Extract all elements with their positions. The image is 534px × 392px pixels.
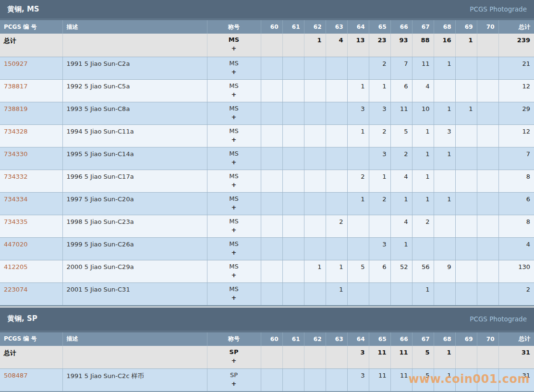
grade-count-cell: 1 [455,102,477,124]
grade-count-cell [477,192,498,215]
grade-count-cell: 1 [412,124,434,147]
column-header-grade-60: 60 [261,332,282,346]
column-header-grade-68: 68 [434,20,455,34]
grade-count-cell [261,215,282,237]
grade-count-cell [261,260,282,282]
totals-row: 总计SP+311115131 [0,346,534,369]
row-total-cell: 4 [498,237,534,260]
table-row: 7388191993 5 Jiao Sun-C8aMS+3311101129 [0,102,534,124]
grade-count-cell [304,124,326,147]
grade-count-cell: 1 [326,260,347,282]
grade-count-cell [326,237,347,260]
plus-designation: + [211,380,257,387]
photograde-link[interactable]: PCGS Photograde [470,315,527,323]
designation-label: SP [211,348,257,355]
designation-cell: MS+ [207,79,261,102]
grade-count-cell [282,192,304,215]
pcgs-number-link[interactable]: 738819 [4,105,28,112]
grade-count-cell [282,170,304,192]
grade-count-cell: 6 [390,79,412,102]
designation-label: MS [211,60,257,67]
designation-label: MS [211,150,257,157]
totals-grade-cell [282,34,304,57]
grade-count-cell: 5 [347,260,369,282]
totals-grade-cell: 16 [434,34,455,57]
grade-count-cell [434,282,455,305]
grade-count-cell [477,260,498,282]
row-total-cell: 29 [498,102,534,124]
table-row: 2230742001 5 Jiao Sun-C31MS+112 [0,282,534,305]
grade-count-cell: 3 [369,147,390,170]
row-total-cell: 31 [498,369,534,392]
pcgs-number-link[interactable]: 734330 [4,150,28,158]
pcgs-number-link[interactable]: 734335 [4,218,28,225]
column-header-grade-65: 65 [369,332,390,346]
grade-count-cell [477,57,498,79]
totals-grade-cell: 11 [369,346,390,369]
description-cell: 2001 5 Jiao Sun-C31 [62,282,207,305]
grade-count-cell [304,192,326,215]
designation-label: MS [211,240,257,247]
grade-count-cell: 1 [412,147,434,170]
description-cell: 1991 5 Jiao Sun-C2a [62,57,207,79]
column-header-grade-64: 64 [347,20,369,34]
column-header-grade-69: 69 [455,20,477,34]
grade-count-cell [455,79,477,102]
totals-grade-cell [282,346,304,369]
grade-count-cell: 1 [434,102,455,124]
pcgs-number-link[interactable]: 508487 [4,372,28,379]
table-row: 7343351998 5 Jiao Sun-C23aMS+2428 [0,215,534,237]
pcgs-number-link[interactable]: 738817 [4,83,28,90]
row-total-cell: 12 [498,124,534,147]
grade-count-cell [282,79,304,102]
grade-count-cell: 5 [412,369,434,392]
pcgs-number-cell: 734328 [0,124,62,147]
photograde-link[interactable]: PCGS Photograde [470,5,527,13]
grade-count-cell: 2 [326,215,347,237]
grade-count-cell [282,102,304,124]
row-total-cell: 8 [498,215,534,237]
pcgs-number-link[interactable]: 150927 [4,60,28,67]
pcgs-number-link[interactable]: 223074 [4,286,28,293]
grade-count-cell [261,170,282,192]
grade-count-cell [282,124,304,147]
plus-designation: + [211,68,257,75]
pcgs-number-link[interactable]: 412205 [4,263,28,270]
grade-count-cell: 3 [347,369,369,392]
grade-count-cell: 2 [347,170,369,192]
grade-count-cell [434,215,455,237]
pcgs-number-link[interactable]: 734328 [4,128,28,135]
grade-count-cell: 1 [412,192,434,215]
grade-count-cell [477,79,498,102]
pcgs-number-link[interactable]: 447020 [4,241,28,248]
grade-count-cell [282,57,304,79]
pcgs-number-link[interactable]: 734334 [4,196,28,203]
grade-count-cell [304,215,326,237]
column-header-grade-65: 65 [369,20,390,34]
table-row: 5084871991 5 Jiao Sun-C2c 样币SP+311115131 [0,369,534,392]
grade-count-cell [390,282,412,305]
description-cell: 1994 5 Jiao Sun-C11a [62,124,207,147]
row-total-cell: 2 [498,282,534,305]
totals-label: 总计 [4,37,16,44]
grade-count-cell: 1 [434,192,455,215]
grade-count-cell [455,282,477,305]
pcgs-number-link[interactable]: 734332 [4,173,28,180]
designation-label: MS [211,105,257,112]
grade-count-cell [326,79,347,102]
grade-count-cell [477,102,498,124]
column-header-grade-62: 62 [304,20,326,34]
grade-count-cell [304,282,326,305]
plus-designation: + [211,113,257,121]
description-cell: 2000 5 Jiao Sun-C29a [62,260,207,282]
table-row: 7343341997 5 Jiao Sun-C20aMS+121116 [0,192,534,215]
grade-count-cell: 6 [369,260,390,282]
column-header-designation: 称号 [207,20,261,34]
grade-count-cell [455,260,477,282]
row-total-cell: 6 [498,192,534,215]
plus-designation: + [211,357,257,364]
totals-label: 总计 [4,349,16,356]
grade-count-cell [282,282,304,305]
grade-count-cell: 1 [390,192,412,215]
column-header-grade-70: 70 [477,332,498,346]
